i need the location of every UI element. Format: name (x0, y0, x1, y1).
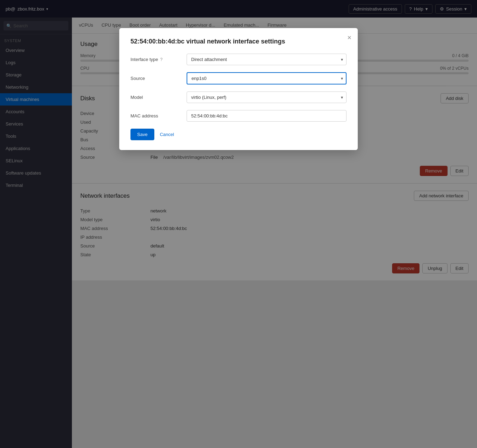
model-select[interactable]: virtio (Linux, perf)e1000rtl8139 (187, 91, 347, 103)
source-select-wrap: enp1s0enp2s0 ▾ (187, 72, 347, 84)
interface-type-label: Interface type ? (130, 57, 187, 62)
model-row: Model virtio (Linux, perf)e1000rtl8139 ▾ (130, 91, 347, 103)
modal-title: 52:54:00:bb:4d:bc virtual network interf… (130, 38, 347, 45)
interface-type-help-icon[interactable]: ? (160, 57, 163, 62)
mac-address-row: MAC address (130, 110, 347, 122)
main-layout: 🔍 System Overview Logs Storage Networkin… (0, 18, 477, 448)
network-interface-modal: 52:54:00:bb:4d:bc virtual network interf… (119, 28, 358, 150)
source-row: Source enp1s0enp2s0 ▾ (130, 72, 347, 84)
mac-address-label: MAC address (130, 113, 187, 118)
modal-close-button[interactable]: × (347, 34, 351, 42)
save-button[interactable]: Save (130, 129, 154, 140)
interface-type-select[interactable]: Direct attachmentBridge to LANVirtual ne… (187, 54, 347, 65)
cancel-button[interactable]: Cancel (159, 129, 175, 140)
content-area: vCPUs CPU type Boot order Autostart Hype… (72, 18, 477, 448)
interface-type-select-wrap: Direct attachmentBridge to LANVirtual ne… (187, 54, 347, 65)
interface-type-row: Interface type ? Direct attachmentBridge… (130, 54, 347, 65)
mac-address-input[interactable] (187, 110, 347, 122)
source-select[interactable]: enp1s0enp2s0 (187, 72, 347, 84)
model-label: Model (130, 95, 187, 100)
modal-actions: Save Cancel (130, 129, 347, 140)
modal-overlay: 52:54:00:bb:4d:bc virtual network interf… (72, 18, 477, 448)
model-select-wrap: virtio (Linux, perf)e1000rtl8139 ▾ (187, 91, 347, 103)
source-label: Source (130, 76, 187, 81)
